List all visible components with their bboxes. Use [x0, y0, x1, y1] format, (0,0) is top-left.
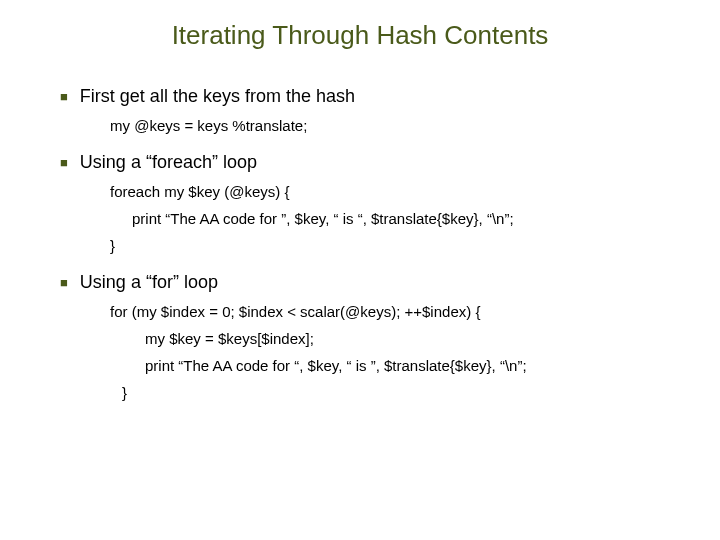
code-line: }: [122, 384, 690, 401]
bullet-item: ■Using a “foreach” loop: [60, 152, 690, 173]
bullet-heading: Using a “foreach” loop: [80, 152, 257, 173]
bullet-icon: ■: [60, 89, 68, 104]
section: ■First get all the keys from the hashmy …: [60, 86, 690, 134]
bullet-heading: First get all the keys from the hash: [80, 86, 355, 107]
bullet-heading: Using a “for” loop: [80, 272, 218, 293]
code-line: print “The AA code for ”, $key, “ is “, …: [132, 210, 690, 227]
bullet-icon: ■: [60, 275, 68, 290]
section: ■Using a “foreach” loopforeach my $key (…: [60, 152, 690, 254]
bullet-item: ■First get all the keys from the hash: [60, 86, 690, 107]
code-line: for (my $index = 0; $index < scalar(@key…: [110, 303, 690, 320]
code-line: my @keys = keys %translate;: [110, 117, 690, 134]
bullet-item: ■Using a “for” loop: [60, 272, 690, 293]
code-line: }: [110, 237, 690, 254]
section: ■Using a “for” loopfor (my $index = 0; $…: [60, 272, 690, 401]
code-line: foreach my $key (@keys) {: [110, 183, 690, 200]
code-line: my $key = $keys[$index];: [145, 330, 690, 347]
bullet-icon: ■: [60, 155, 68, 170]
slide-content: ■First get all the keys from the hashmy …: [60, 86, 690, 401]
code-line: print “The AA code for “, $key, “ is ”, …: [145, 357, 690, 374]
slide-title: Iterating Through Hash Contents: [30, 20, 690, 51]
